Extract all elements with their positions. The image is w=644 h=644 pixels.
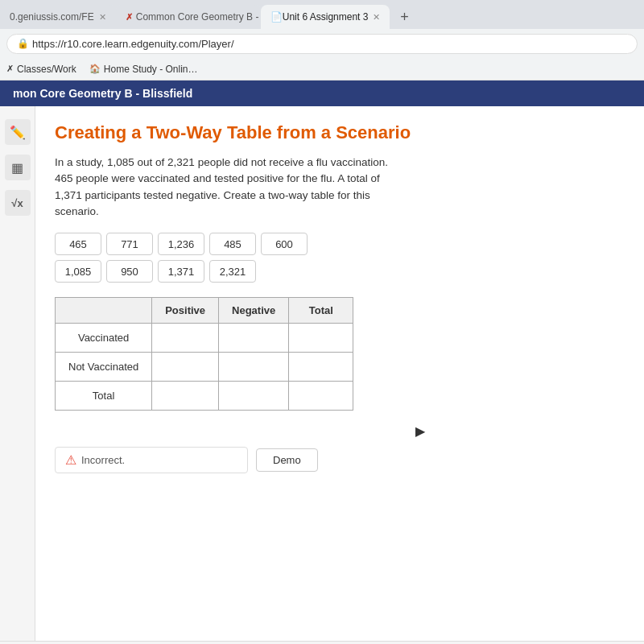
main-content: ✏️ ▦ √x Creating a Two-Way Table from a … xyxy=(0,106,644,641)
tile-row-2: 1,085 950 1,371 2,321 xyxy=(55,260,625,283)
browser-chrome: 0.geniussis.com/FE ✕ ✗ Common Core Geome… xyxy=(0,0,644,80)
scenario-text: In a study, 1,085 out of 2,321 people di… xyxy=(55,155,409,220)
tab-label: Common Core Geometry B - Blis… xyxy=(136,11,261,23)
tile-950[interactable]: 950 xyxy=(106,260,153,283)
tile-465[interactable]: 465 xyxy=(55,233,101,255)
tab-close-icon[interactable]: ✕ xyxy=(99,12,106,23)
table-header-row: Positive Negative Total xyxy=(56,298,353,324)
app-header: mon Core Geometry B - Blissfield xyxy=(0,80,644,106)
two-way-table: Positive Negative Total Vaccinated Not V… xyxy=(55,297,353,411)
bottom-bar: ⚠ Incorrect. Demo xyxy=(55,447,625,473)
tile-600[interactable]: 600 xyxy=(261,233,308,255)
cursor-indicator: ▶ xyxy=(216,423,625,439)
cell-vaccinated-negative[interactable] xyxy=(219,324,289,353)
table-row: Total xyxy=(56,382,353,411)
tile-771[interactable]: 771 xyxy=(106,233,153,255)
cell-notvac-negative[interactable] xyxy=(219,353,289,382)
formula-tool[interactable]: √x xyxy=(5,190,31,216)
bookmark-x-icon: ✗ xyxy=(6,64,14,74)
header-total: Total xyxy=(289,298,353,324)
header-empty xyxy=(56,298,152,324)
bookmark-home-study[interactable]: 🏠 Home Study - Onlin… xyxy=(89,64,198,75)
address-bar: 🔒 https://r10.core.learn.edgenuity.com/P… xyxy=(0,29,644,58)
tab-close-icon[interactable]: ✕ xyxy=(373,12,380,23)
cell-vaccinated-positive[interactable] xyxy=(152,324,219,353)
url-text: https://r10.core.learn.edgenuity.com/Pla… xyxy=(32,38,234,50)
row-label-total: Total xyxy=(56,382,152,411)
cell-total-positive[interactable] xyxy=(152,382,219,411)
tab-bar: 0.geniussis.com/FE ✕ ✗ Common Core Geome… xyxy=(0,0,644,29)
sidebar: ✏️ ▦ √x xyxy=(0,106,35,641)
bookmark-home-icon: 🏠 xyxy=(89,64,101,74)
url-input[interactable]: 🔒 https://r10.core.learn.edgenuity.com/P… xyxy=(6,34,638,54)
app-title: mon Core Geometry B - Blissfield xyxy=(13,87,192,100)
cell-total-negative[interactable] xyxy=(219,382,289,411)
tab-assignment[interactable]: 📄 Unit 6 Assignment 3 ✕ xyxy=(261,5,390,29)
header-negative: Negative xyxy=(219,298,289,324)
row-label-not-vaccinated: Not Vaccinated xyxy=(56,353,152,382)
incorrect-text: Incorrect. xyxy=(81,454,125,466)
cell-total-total[interactable] xyxy=(289,382,353,411)
bookmarks-bar: ✗ Classes/Work 🏠 Home Study - Onlin… xyxy=(0,58,644,80)
page-title: Creating a Two-Way Table from a Scenario xyxy=(55,122,625,143)
cell-notvac-total[interactable] xyxy=(289,353,353,382)
table-row: Not Vaccinated xyxy=(56,353,353,382)
new-tab-button[interactable]: + xyxy=(393,6,415,28)
calculator-tool[interactable]: ▦ xyxy=(5,155,31,180)
tab-geometry[interactable]: ✗ Common Core Geometry B - Blis… ✕ xyxy=(116,5,261,29)
error-icon: ⚠ xyxy=(65,452,76,468)
content-area: Creating a Two-Way Table from a Scenario… xyxy=(35,106,644,641)
bookmark-classes[interactable]: ✗ Classes/Work xyxy=(6,64,76,75)
lock-icon: 🔒 xyxy=(17,38,29,49)
tile-row-1: 465 771 1,236 485 600 xyxy=(55,233,625,255)
tile-485[interactable]: 485 xyxy=(209,233,256,255)
tab-doc-icon: 📄 xyxy=(270,11,283,23)
tile-1371[interactable]: 1,371 xyxy=(158,260,204,283)
tile-1085[interactable]: 1,085 xyxy=(55,260,101,283)
table-row: Vaccinated xyxy=(56,324,353,353)
bookmark-label: Classes/Work xyxy=(17,64,76,75)
tab-label: Unit 6 Assignment 3 xyxy=(283,11,369,23)
tile-2321[interactable]: 2,321 xyxy=(209,260,256,283)
incorrect-badge: ⚠ Incorrect. xyxy=(55,447,248,473)
tab-label: 0.geniussis.com/FE xyxy=(10,11,94,23)
header-positive: Positive xyxy=(152,298,219,324)
pencil-tool[interactable]: ✏️ xyxy=(5,119,31,145)
number-tiles: 465 771 1,236 485 600 1,085 950 1,371 2,… xyxy=(55,233,625,283)
cell-notvac-positive[interactable] xyxy=(152,353,219,382)
tile-1236[interactable]: 1,236 xyxy=(158,233,204,255)
cell-vaccinated-total[interactable] xyxy=(289,324,353,353)
bottom-nav: ous Activity xyxy=(0,641,644,644)
row-label-vaccinated: Vaccinated xyxy=(56,324,152,353)
demo-button[interactable]: Demo xyxy=(256,448,318,472)
bookmark-label: Home Study - Onlin… xyxy=(104,64,198,75)
tab-x-icon: ✗ xyxy=(126,12,133,23)
tab-geniussis[interactable]: 0.geniussis.com/FE ✕ xyxy=(0,5,116,29)
